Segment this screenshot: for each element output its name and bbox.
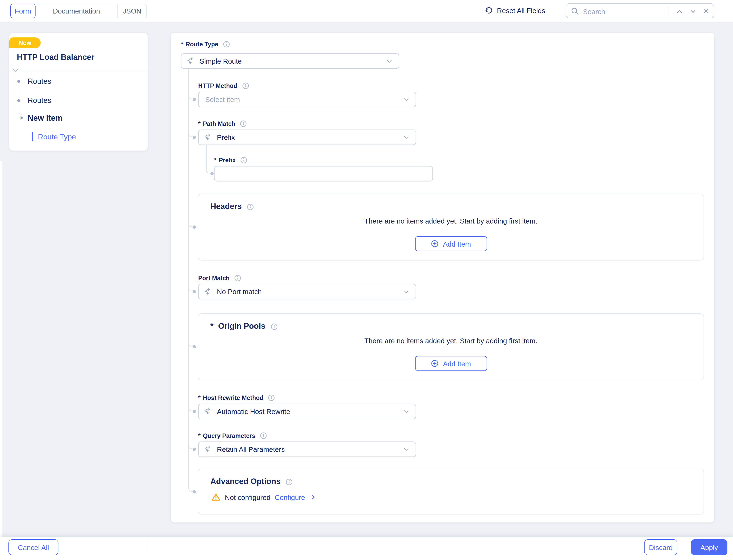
- field-connector-dot: [193, 97, 196, 101]
- plus-circle-icon: [431, 239, 439, 248]
- origin-pools-empty-text: There are no items added yet. Start by a…: [198, 337, 704, 345]
- view-tabs: Form Documentation JSON: [10, 4, 147, 18]
- info-icon[interactable]: [223, 40, 230, 48]
- field-connector-dot: [210, 172, 214, 175]
- chevron-down-icon: [385, 57, 393, 65]
- chevron-down-icon: [402, 96, 410, 103]
- route-type-label: * Route Type: [181, 40, 230, 48]
- tab-documentation-label: Documentation: [53, 7, 100, 15]
- reset-undo-icon: [484, 6, 493, 15]
- discard-button[interactable]: Discard: [644, 539, 677, 555]
- advanced-options-status-row: Not configured Configure: [211, 493, 317, 502]
- info-icon[interactable]: [240, 156, 248, 164]
- left-edge-gutter: [0, 161, 2, 537]
- info-icon[interactable]: [260, 432, 268, 440]
- required-marker: *: [198, 432, 201, 439]
- path-match-value: Prefix: [217, 133, 235, 141]
- http-method-select[interactable]: Select item: [198, 92, 416, 107]
- footer-bar: Cancel All Discard Apply: [0, 537, 733, 560]
- origin-pools-add-item-button[interactable]: Add Item: [415, 356, 487, 371]
- tree-expand-arrow-icon: [20, 116, 23, 120]
- sidebar-item-route-type[interactable]: Route Type: [38, 133, 76, 141]
- field-connector-dot: [193, 490, 196, 493]
- route-split-icon: [204, 133, 212, 141]
- host-rewrite-method-value: Automatic Host Rewrite: [217, 407, 290, 415]
- route-split-icon: [204, 288, 212, 296]
- search-clear-button[interactable]: [701, 6, 711, 17]
- prefix-input[interactable]: [214, 166, 433, 182]
- route-type-select[interactable]: Simple Route: [181, 53, 399, 69]
- search-prev-button[interactable]: [674, 6, 684, 17]
- port-match-value: No Port match: [217, 288, 262, 296]
- route-form-panel: * Route Type Simple Route HTTP Method Se…: [171, 33, 714, 523]
- sidebar-item-new-item[interactable]: New Item: [28, 114, 63, 123]
- required-marker: *: [210, 322, 214, 331]
- sidebar-item-routes-1[interactable]: Routes: [28, 77, 51, 86]
- search-box: [566, 3, 714, 18]
- advanced-options-status: Not configured: [225, 493, 270, 501]
- path-match-select[interactable]: Prefix: [198, 130, 416, 145]
- query-parameters-select[interactable]: Retain All Parameters: [198, 441, 416, 457]
- info-icon[interactable]: [268, 394, 276, 402]
- headers-add-item-button[interactable]: Add Item: [415, 236, 487, 251]
- chevron-right-icon[interactable]: [309, 493, 317, 501]
- origin-pools-title: * Origin Pools: [210, 322, 278, 331]
- field-connector-line: [206, 145, 207, 169]
- query-parameters-label: * Query Parameters: [198, 432, 267, 440]
- search-next-button[interactable]: [688, 6, 698, 17]
- field-connector-dot: [193, 225, 196, 228]
- tree-bullet-icon: [17, 80, 20, 83]
- tab-json[interactable]: JSON: [118, 4, 147, 18]
- http-method-placeholder: Select item: [205, 95, 240, 103]
- sidebar-item-routes-2[interactable]: Routes: [28, 96, 51, 105]
- http-method-label: HTTP Method: [198, 82, 250, 90]
- collapse-chevron-icon[interactable]: [11, 68, 19, 73]
- search-icon: [570, 7, 579, 18]
- port-match-select[interactable]: No Port match: [198, 284, 416, 299]
- info-icon[interactable]: [247, 203, 255, 211]
- cancel-all-button[interactable]: Cancel All: [8, 539, 58, 555]
- advanced-options-section: Advanced Options Not configured Configur…: [198, 469, 704, 515]
- tree-connector-line: [19, 80, 19, 114]
- port-match-label: Port Match: [198, 274, 242, 282]
- tree-bullet-icon: [17, 99, 20, 102]
- route-type-value: Simple Route: [200, 57, 242, 65]
- footer-divider: [148, 539, 148, 555]
- configure-link[interactable]: Configure: [275, 493, 305, 501]
- search-divider: [668, 7, 668, 15]
- info-icon[interactable]: [240, 120, 248, 128]
- navigation-tree-card: New HTTP Load Balancer Routes Routes New…: [9, 33, 148, 151]
- reset-all-fields-button[interactable]: Reset All Fields: [484, 6, 545, 15]
- warning-icon: [211, 493, 221, 502]
- search-input[interactable]: [582, 4, 663, 18]
- info-icon[interactable]: [242, 82, 250, 90]
- required-marker: *: [198, 394, 201, 401]
- field-connector-dot: [193, 345, 196, 348]
- chevron-down-icon: [402, 288, 410, 296]
- chevron-down-icon: [402, 446, 410, 453]
- tab-form-label: Form: [15, 7, 31, 15]
- field-connector-dot: [193, 409, 196, 413]
- field-connector-line: [189, 69, 189, 488]
- path-match-label: * Path Match: [198, 120, 248, 128]
- close-icon: [703, 8, 709, 15]
- required-marker: *: [198, 120, 201, 127]
- route-split-icon: [204, 407, 212, 415]
- tab-form[interactable]: Form: [10, 4, 36, 18]
- field-connector-dot: [193, 447, 196, 451]
- active-item-indicator: [32, 132, 33, 141]
- info-icon[interactable]: [285, 478, 293, 486]
- required-marker: *: [181, 41, 183, 48]
- info-icon[interactable]: [270, 323, 278, 331]
- tab-json-label: JSON: [123, 7, 141, 15]
- advanced-options-title: Advanced Options: [210, 477, 293, 486]
- new-badge: New: [9, 37, 41, 48]
- chevron-down-icon: [689, 8, 696, 15]
- info-icon[interactable]: [234, 274, 242, 282]
- apply-button[interactable]: Apply: [691, 539, 727, 555]
- tab-documentation[interactable]: Documentation: [36, 4, 118, 18]
- host-rewrite-method-select[interactable]: Automatic Host Rewrite: [198, 404, 416, 419]
- prefix-label: * Prefix: [214, 156, 248, 164]
- tree-connector-elbow: [19, 110, 22, 115]
- headers-title: Headers: [210, 202, 254, 211]
